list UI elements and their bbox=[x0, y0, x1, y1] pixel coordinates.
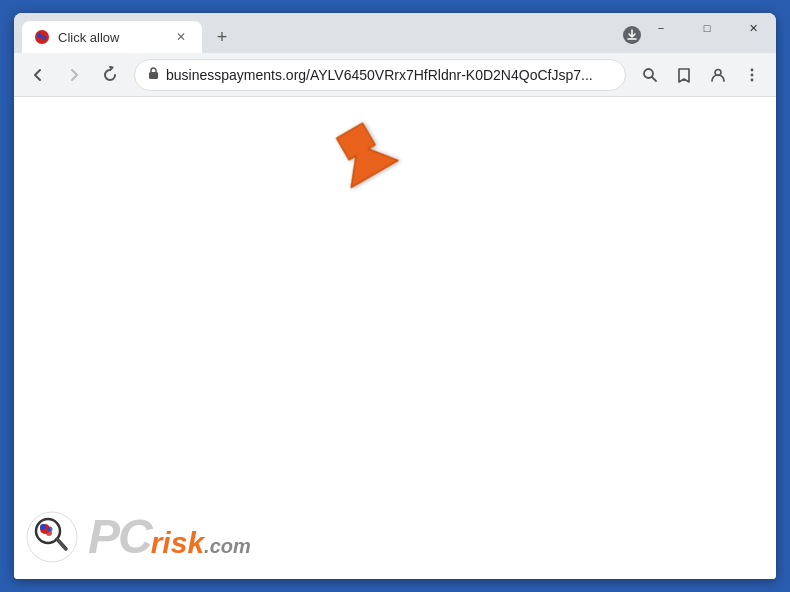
svg-point-2 bbox=[42, 36, 46, 40]
address-bar[interactable]: businesspayments.org/AYLV6450VRrx7HfRldn… bbox=[134, 59, 626, 91]
nav-actions bbox=[634, 59, 768, 91]
svg-point-11 bbox=[751, 73, 754, 76]
back-button[interactable] bbox=[22, 59, 54, 91]
svg-rect-6 bbox=[149, 72, 158, 79]
svg-marker-13 bbox=[334, 117, 398, 187]
svg-point-0 bbox=[35, 30, 49, 44]
title-bar: Click allow ✕ + − □ ✕ bbox=[14, 13, 776, 53]
window-controls: − □ ✕ bbox=[638, 13, 776, 43]
bookmark-icon bbox=[675, 66, 693, 84]
svg-point-12 bbox=[751, 78, 754, 81]
search-icon bbox=[641, 66, 659, 84]
svg-point-10 bbox=[751, 68, 754, 71]
pcrisk-logo-icon bbox=[26, 511, 78, 563]
maximize-button[interactable]: □ bbox=[684, 13, 730, 43]
reload-button[interactable] bbox=[94, 59, 126, 91]
close-button[interactable]: ✕ bbox=[730, 13, 776, 43]
profile-button[interactable] bbox=[702, 59, 734, 91]
svg-point-1 bbox=[37, 33, 42, 38]
svg-line-8 bbox=[652, 77, 656, 81]
tab-title: Click allow bbox=[58, 30, 164, 45]
browser-window: Click allow ✕ + − □ ✕ bbox=[14, 13, 776, 579]
watermark: PC risk.com bbox=[26, 511, 251, 563]
active-tab[interactable]: Click allow ✕ bbox=[22, 21, 202, 53]
pcrisk-text-group: PC risk.com bbox=[88, 513, 251, 561]
arrow-indicator bbox=[334, 117, 414, 211]
risk-word: risk bbox=[151, 526, 204, 559]
tabs-area: Click allow ✕ + bbox=[14, 13, 236, 53]
nav-bar: businesspayments.org/AYLV6450VRrx7HfRldn… bbox=[14, 53, 776, 97]
minimize-button[interactable]: − bbox=[638, 13, 684, 43]
svg-point-3 bbox=[39, 38, 42, 41]
forward-button[interactable] bbox=[58, 59, 90, 91]
lock-svg bbox=[147, 66, 160, 80]
reload-icon bbox=[101, 66, 119, 84]
forward-icon bbox=[65, 66, 83, 84]
svg-point-18 bbox=[40, 524, 46, 530]
arrow-svg bbox=[334, 117, 414, 207]
lock-icon bbox=[147, 66, 160, 83]
back-icon bbox=[29, 66, 47, 84]
menu-button[interactable] bbox=[736, 59, 768, 91]
profile-icon bbox=[709, 66, 727, 84]
address-domain: businesspayments.org bbox=[166, 67, 306, 83]
address-text: businesspayments.org/AYLV6450VRrx7HfRldn… bbox=[166, 67, 613, 83]
svg-point-20 bbox=[48, 527, 53, 532]
new-tab-button[interactable]: + bbox=[208, 23, 236, 51]
address-path: /AYLV6450VRrx7HfRldnr-K0D2N4QoCfJsp7... bbox=[306, 67, 593, 83]
search-button[interactable] bbox=[634, 59, 666, 91]
tab-close-button[interactable]: ✕ bbox=[172, 28, 190, 46]
dotcom-label: .com bbox=[204, 535, 251, 557]
risk-label: risk.com bbox=[151, 528, 251, 558]
page-content: PC risk.com bbox=[14, 97, 776, 579]
bookmark-button[interactable] bbox=[668, 59, 700, 91]
tab-favicon bbox=[34, 29, 50, 45]
pc-label: PC bbox=[88, 513, 151, 561]
menu-dots-icon bbox=[743, 66, 761, 84]
